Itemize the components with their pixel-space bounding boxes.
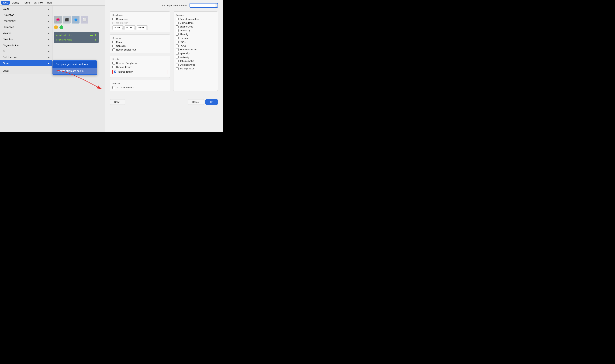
submenu-remove-duplicate[interactable]: Remove duplicate points	[53, 68, 97, 74]
spinbox-up[interactable]: ▲	[215, 3, 217, 5]
curvature-mean-checkbox[interactable]	[112, 41, 115, 43]
feature-pca2-cb[interactable]	[176, 44, 179, 47]
curvature-ncr-checkbox[interactable]	[112, 49, 115, 51]
sidebar-item-segmentation[interactable]: Segmentation ▶	[0, 42, 52, 48]
moment-title: Moment	[112, 82, 167, 85]
feature-planarity-cb[interactable]	[176, 33, 179, 36]
feature-pca1-cb[interactable]	[176, 41, 179, 43]
toolbar-icon-3[interactable]: 🔷	[72, 16, 80, 24]
sidebar-menu: Clean ▶ Projection ▶ Registration ▶ Dist…	[0, 6, 53, 74]
line-width-increase[interactable]: +	[94, 38, 96, 42]
point-size-increase[interactable]: +	[94, 33, 96, 37]
sidebar-item-batch-export[interactable]: Batch export ▶	[0, 54, 52, 60]
feature-planarity: Planarity	[176, 33, 215, 36]
curvature-section: Curvature Mean Gaussian Normal change ra…	[110, 35, 170, 53]
spinbox-down[interactable]: ▼	[215, 5, 217, 7]
neighborhood-radius-input[interactable]	[189, 3, 215, 8]
sidebar-divider	[0, 67, 52, 67]
y-down[interactable]: ▼	[134, 28, 135, 30]
up-direction-row: Up direction	[112, 22, 167, 24]
menu-tools[interactable]: Tools	[1, 1, 10, 5]
y-spinbox: ▲ ▼	[124, 26, 136, 30]
feature-eigenentropy-cb[interactable]	[176, 26, 179, 28]
y-input[interactable]	[125, 26, 134, 30]
toolbar-icon-2[interactable]: ⬛	[63, 16, 71, 24]
z-down[interactable]: ▼	[147, 28, 147, 30]
density-volume-label: Volume density	[118, 71, 133, 73]
x-up[interactable]: ▲	[122, 26, 123, 28]
right-column: Features Sum of eigenvalues Ominvariance…	[173, 12, 218, 93]
density-volume-checkbox[interactable]	[114, 71, 116, 73]
right-panel: Local neighborhood radius ▲ ▼ Roughness …	[105, 0, 223, 132]
submenu-compute-geometric[interactable]: Compute geometric features	[53, 61, 97, 68]
submenu: Compute geometric features Remove duplic…	[53, 60, 97, 75]
feature-eigenentropy: Eigenentropy	[176, 26, 215, 28]
curvature-gaussian-checkbox[interactable]	[112, 45, 115, 47]
feature-surface-variation: Surface variation	[176, 48, 215, 51]
curvature-gaussian-row: Gaussian	[112, 45, 167, 47]
reset-button[interactable]: Reset	[110, 99, 125, 105]
feature-sum-eigenvalues-cb[interactable]	[176, 18, 179, 20]
xyz-inputs: ▲ ▼ ▲ ▼ ▲	[112, 26, 167, 30]
feature-3rd-eigenvalue-cb[interactable]	[176, 67, 179, 70]
density-surface-checkbox[interactable]	[112, 66, 115, 68]
menu-display[interactable]: Display	[10, 1, 21, 5]
feature-linearity-cb[interactable]	[176, 37, 179, 39]
green-light[interactable]	[59, 26, 63, 29]
feature-sphericity-cb[interactable]	[176, 52, 179, 55]
feature-ominvariance: Ominvariance	[176, 22, 215, 24]
toolbar-icon-4[interactable]: ⬜	[81, 16, 88, 24]
curvature-ncr-label: Normal change rate	[116, 49, 136, 51]
moment-1st-checkbox[interactable]	[112, 86, 115, 89]
roughness-checkbox[interactable]	[112, 18, 115, 20]
feature-pca1: PCA1	[176, 41, 215, 43]
up-direction-checkbox[interactable]	[112, 22, 115, 24]
feature-verticality-cb[interactable]	[176, 56, 179, 58]
feature-sphericity: Sphericity	[176, 52, 215, 55]
y-up[interactable]: ▲	[134, 26, 135, 28]
cancel-button[interactable]: Cancel	[187, 99, 204, 105]
z-input[interactable]	[137, 26, 146, 30]
curvature-ncr-row: Normal change rate	[112, 49, 167, 51]
sidebar-item-distances[interactable]: Distances ▶	[0, 24, 52, 30]
sidebar-item-statistics[interactable]: Statistics ▶	[0, 36, 52, 42]
x-spinbox: ▲ ▼	[112, 26, 123, 30]
menu-help[interactable]: Help	[46, 1, 53, 5]
feature-anisotropy-cb[interactable]	[176, 29, 179, 32]
feature-1st-eigenvalue: 1st eigenvalue	[176, 60, 215, 62]
x-input[interactable]	[113, 26, 122, 30]
sidebar-item-fit[interactable]: Fit ▶	[0, 48, 52, 54]
menu-3dviews[interactable]: 3D Views	[33, 1, 45, 5]
up-direction-label: Up direction	[116, 22, 128, 24]
menu-plugins[interactable]: Plugins	[21, 1, 32, 5]
feature-2nd-eigenvalue-cb[interactable]	[176, 64, 179, 66]
features-section: Features Sum of eigenvalues Ominvariance…	[173, 12, 218, 91]
chevron-distances: ▶	[48, 26, 49, 28]
density-title: Density	[112, 58, 167, 60]
point-size-label: default point size	[56, 34, 72, 36]
feature-linearity: Linearity	[176, 37, 215, 39]
chevron-projection: ▶	[48, 14, 49, 16]
sidebar-item-volume[interactable]: Volume ▶	[0, 30, 52, 36]
line-width-decrease[interactable]: —	[90, 38, 93, 42]
sidebar-item-registration[interactable]: Registration ▶	[0, 18, 52, 24]
sidebar-item-clean[interactable]: Clean ▶	[0, 6, 52, 12]
feature-surface-variation-cb[interactable]	[176, 48, 179, 51]
x-down[interactable]: ▼	[122, 28, 123, 30]
sidebar-item-level[interactable]: Level	[0, 68, 52, 74]
z-up[interactable]: ▲	[147, 26, 147, 28]
moment-1st-row: 1st order moment	[112, 86, 167, 89]
toolbar-area: 🌺 ⬛ 🔷 ⬜	[54, 16, 88, 24]
left-column: Roughness Roughness Up direction ▲ ▼	[110, 12, 170, 93]
sidebar-item-projection[interactable]: Projection ▶	[0, 12, 52, 18]
feature-1st-eigenvalue-cb[interactable]	[176, 60, 179, 62]
roughness-label: Roughness	[116, 18, 128, 20]
density-neighbors-checkbox[interactable]	[112, 62, 115, 65]
feature-ominvariance-cb[interactable]	[176, 22, 179, 24]
ok-button[interactable]: OK	[205, 99, 218, 105]
sidebar-item-other[interactable]: Other ▶	[0, 60, 52, 66]
density-volume-row: Volume density	[112, 70, 167, 74]
yellow-light[interactable]	[54, 26, 58, 29]
toolbar-icon-1[interactable]: 🌺	[54, 16, 62, 24]
point-size-decrease[interactable]: —	[90, 33, 93, 37]
